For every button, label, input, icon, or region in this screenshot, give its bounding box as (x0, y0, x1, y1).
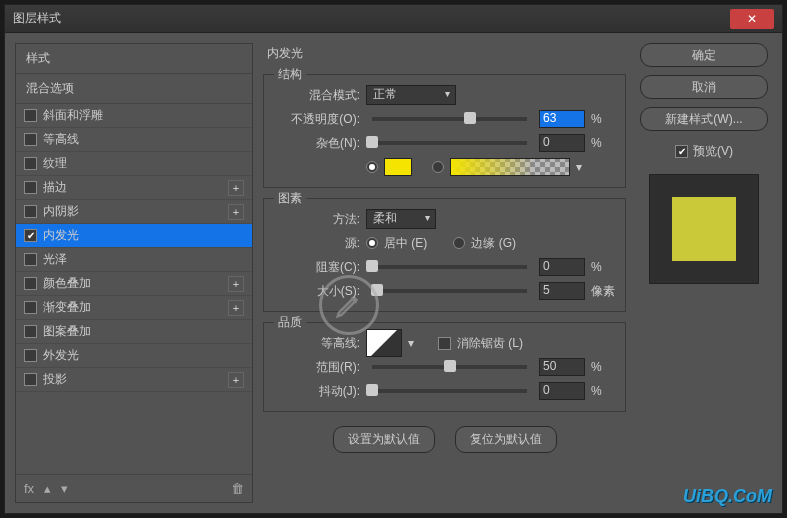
style-checkbox[interactable] (24, 181, 37, 194)
color-swatch[interactable] (384, 158, 412, 176)
fx-icon[interactable]: fx (24, 481, 34, 496)
style-label: 等高线 (43, 131, 244, 148)
style-item-11[interactable]: 投影+ (16, 368, 252, 392)
layer-style-dialog: 图层样式 ✕ 样式 混合选项 斜面和浮雕等高线纹理描边+内阴影+内发光光泽颜色叠… (4, 4, 783, 514)
color-radio[interactable] (366, 161, 378, 173)
styles-heading[interactable]: 样式 (16, 44, 252, 74)
size-unit: 像素 (591, 283, 615, 300)
trash-icon[interactable]: 🗑 (231, 481, 244, 496)
source-center-radio[interactable] (366, 237, 378, 249)
close-button[interactable]: ✕ (730, 9, 774, 29)
preview-label[interactable]: 预览(V) (693, 143, 733, 160)
antialias-checkbox[interactable] (438, 337, 451, 350)
styles-panel: 样式 混合选项 斜面和浮雕等高线纹理描边+内阴影+内发光光泽颜色叠加+渐变叠加+… (15, 43, 253, 503)
antialias-label[interactable]: 消除锯齿 (L) (457, 335, 523, 352)
range-unit: % (591, 360, 615, 374)
style-item-4[interactable]: 内阴影+ (16, 200, 252, 224)
source-edge-label[interactable]: 边缘 (G) (471, 235, 516, 252)
style-checkbox[interactable] (24, 277, 37, 290)
make-default-button[interactable]: 设置为默认值 (333, 426, 435, 453)
gradient-swatch[interactable] (450, 158, 570, 176)
jitter-slider[interactable] (372, 389, 527, 393)
style-item-5[interactable]: 内发光 (16, 224, 252, 248)
choke-slider[interactable] (372, 265, 527, 269)
preview-swatch (672, 197, 736, 261)
range-input[interactable]: 50 (539, 358, 585, 376)
style-checkbox[interactable] (24, 349, 37, 362)
style-item-8[interactable]: 渐变叠加+ (16, 296, 252, 320)
contour-label: 等高线: (274, 335, 360, 352)
style-label: 颜色叠加 (43, 275, 228, 292)
style-checkbox[interactable] (24, 301, 37, 314)
chevron-down-icon[interactable]: ▾ (61, 481, 68, 496)
structure-group: 结构 混合模式: 正常 不透明度(O): 63 % 杂色(N): 0 % (263, 74, 626, 188)
style-item-2[interactable]: 纹理 (16, 152, 252, 176)
style-label: 内阴影 (43, 203, 228, 220)
jitter-input[interactable]: 0 (539, 382, 585, 400)
style-label: 斜面和浮雕 (43, 107, 244, 124)
style-item-1[interactable]: 等高线 (16, 128, 252, 152)
style-checkbox[interactable] (24, 157, 37, 170)
style-label: 描边 (43, 179, 228, 196)
contour-picker[interactable] (366, 329, 402, 357)
noise-unit: % (591, 136, 615, 150)
blend-mode-label: 混合模式: (274, 87, 360, 104)
style-item-9[interactable]: 图案叠加 (16, 320, 252, 344)
style-label: 内发光 (43, 227, 244, 244)
contour-dropdown-icon[interactable]: ▾ (408, 336, 414, 350)
dialog-title: 图层样式 (13, 10, 730, 27)
size-input[interactable]: 5 (539, 282, 585, 300)
source-edge-radio[interactable] (453, 237, 465, 249)
opacity-slider[interactable] (372, 117, 527, 121)
blend-mode-select[interactable]: 正常 (366, 85, 456, 105)
opacity-input[interactable]: 63 (539, 110, 585, 128)
blend-options-heading[interactable]: 混合选项 (16, 74, 252, 104)
technique-label: 方法: (274, 211, 360, 228)
add-effect-icon[interactable]: + (228, 372, 244, 388)
noise-slider[interactable] (372, 141, 527, 145)
style-item-6[interactable]: 光泽 (16, 248, 252, 272)
style-item-10[interactable]: 外发光 (16, 344, 252, 368)
style-label: 外发光 (43, 347, 244, 364)
size-label: 大小(S): (274, 283, 360, 300)
style-checkbox[interactable] (24, 109, 37, 122)
add-effect-icon[interactable]: + (228, 300, 244, 316)
noise-label: 杂色(N): (274, 135, 360, 152)
gradient-radio[interactable] (432, 161, 444, 173)
choke-unit: % (591, 260, 615, 274)
add-effect-icon[interactable]: + (228, 180, 244, 196)
style-checkbox[interactable] (24, 253, 37, 266)
style-checkbox[interactable] (24, 373, 37, 386)
style-checkbox[interactable] (24, 229, 37, 242)
style-checkbox[interactable] (24, 133, 37, 146)
ok-button[interactable]: 确定 (640, 43, 768, 67)
noise-input[interactable]: 0 (539, 134, 585, 152)
add-effect-icon[interactable]: + (228, 204, 244, 220)
reset-default-button[interactable]: 复位为默认值 (455, 426, 557, 453)
style-item-7[interactable]: 颜色叠加+ (16, 272, 252, 296)
preview-checkbox[interactable] (675, 145, 688, 158)
quality-title: 品质 (274, 314, 306, 331)
style-label: 渐变叠加 (43, 299, 228, 316)
style-item-0[interactable]: 斜面和浮雕 (16, 104, 252, 128)
structure-title: 结构 (274, 66, 306, 83)
range-slider[interactable] (372, 365, 527, 369)
add-effect-icon[interactable]: + (228, 276, 244, 292)
style-checkbox[interactable] (24, 325, 37, 338)
choke-label: 阻塞(C): (274, 259, 360, 276)
opacity-label: 不透明度(O): (274, 111, 360, 128)
gradient-dropdown-icon[interactable]: ▾ (576, 160, 582, 174)
technique-select[interactable]: 柔和 (366, 209, 436, 229)
jitter-label: 抖动(J): (274, 383, 360, 400)
size-slider[interactable] (372, 289, 527, 293)
chevron-up-icon[interactable]: ▴ (44, 481, 51, 496)
elements-title: 图素 (274, 190, 306, 207)
choke-input[interactable]: 0 (539, 258, 585, 276)
cancel-button[interactable]: 取消 (640, 75, 768, 99)
source-center-label[interactable]: 居中 (E) (384, 235, 427, 252)
elements-group: 图素 方法: 柔和 源: 居中 (E) 边缘 (G) 阻塞(C): 0 (263, 198, 626, 312)
style-checkbox[interactable] (24, 205, 37, 218)
titlebar: 图层样式 ✕ (5, 5, 782, 33)
new-style-button[interactable]: 新建样式(W)... (640, 107, 768, 131)
style-item-3[interactable]: 描边+ (16, 176, 252, 200)
